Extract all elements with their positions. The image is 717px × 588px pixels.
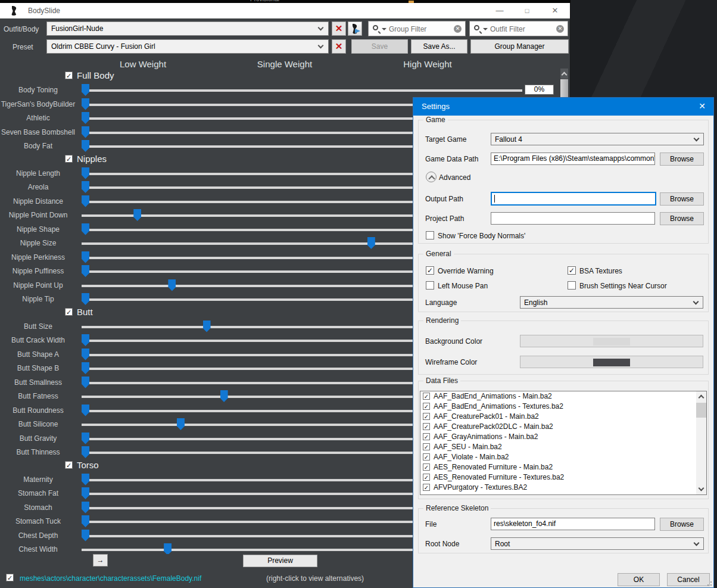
data-file-row[interactable]: ✓AES_Renovated Furniture - Main.ba2 <box>420 462 706 472</box>
slider-thumb[interactable] <box>82 167 89 179</box>
slider-thumb[interactable] <box>82 487 89 499</box>
slider-thumb[interactable] <box>82 334 89 346</box>
search-dropdown-icon[interactable] <box>483 28 488 30</box>
settings-close-icon[interactable]: ✕ <box>697 101 707 111</box>
slider-thumb[interactable] <box>177 418 185 430</box>
mesh-path-link[interactable]: meshes\actors\character\characterassets\… <box>20 574 201 583</box>
slider-thumb[interactable] <box>82 223 89 235</box>
group-manager-button[interactable]: Group Manager <box>470 39 569 54</box>
group-checkbox[interactable]: ✓ <box>65 308 73 316</box>
slider-thumb[interactable] <box>82 126 89 138</box>
slider-thumb[interactable] <box>82 377 89 388</box>
slider-thumb[interactable] <box>82 474 89 486</box>
data-files-scrollbar[interactable] <box>696 391 706 494</box>
language-combobox[interactable]: English <box>520 296 703 309</box>
root-node-combobox[interactable]: Root <box>491 537 704 550</box>
slider-thumb[interactable] <box>82 362 89 374</box>
data-file-checkbox[interactable]: ✓ <box>423 484 430 491</box>
data-file-row[interactable]: ✓AES_Renovated Furniture - Textures.ba2 <box>420 472 706 483</box>
group-filter-box[interactable]: Group Filter ✕ <box>368 21 466 36</box>
outfit-combobox[interactable]: FusionGirl-Nude <box>46 21 329 36</box>
slider-thumb[interactable] <box>82 433 89 444</box>
group-checkbox[interactable]: ✓ <box>65 461 73 469</box>
slider-value-box[interactable]: 0% <box>525 85 554 95</box>
slider-thumb[interactable] <box>82 265 89 277</box>
data-file-checkbox[interactable]: ✓ <box>423 413 430 420</box>
advanced-toggle-icon[interactable] <box>426 172 437 182</box>
data-file-checkbox[interactable]: ✓ <box>423 433 430 440</box>
data-file-row[interactable]: ✓AAF_Violate - Main.ba2 <box>420 452 706 462</box>
data-file-row[interactable]: ✓AAF_CreaturePack01 - Main.ba2 <box>420 412 706 422</box>
slider-thumb[interactable] <box>82 349 89 360</box>
scroll-down-icon[interactable] <box>699 486 704 491</box>
delete-preset-button[interactable]: ✕ <box>332 39 346 54</box>
slider-thumb[interactable] <box>82 98 89 110</box>
preview-button[interactable]: Preview <box>243 555 317 567</box>
browse-project-path-button[interactable]: Browse <box>660 212 704 225</box>
search-dropdown-icon[interactable] <box>382 28 386 30</box>
general-checkbox[interactable] <box>568 281 576 290</box>
wireframe-color-button[interactable] <box>520 356 703 368</box>
data-file-row[interactable]: ✓AAF_GrayAnimations - Main.ba2 <box>420 432 706 442</box>
target-game-combobox[interactable]: Fallout 4 <box>491 133 704 145</box>
edit-body-button[interactable] <box>348 21 362 36</box>
data-file-checkbox[interactable]: ✓ <box>423 443 430 450</box>
slider-thumb[interactable] <box>82 446 89 458</box>
slider-thumb[interactable] <box>82 195 89 207</box>
slider-thumb[interactable] <box>133 209 141 221</box>
cancel-button[interactable]: Cancel <box>667 573 710 586</box>
data-file-row[interactable]: ✓AAF_BadEnd_Animations - Textures.ba2 <box>420 402 706 412</box>
data-file-row[interactable]: ✓AFVPurgatory - Textures.BA2 <box>420 483 706 493</box>
slider-thumb[interactable] <box>220 390 228 402</box>
slider-thumb[interactable] <box>82 502 89 514</box>
general-checkbox[interactable]: ✓ <box>426 266 434 275</box>
game-data-path-input[interactable]: E:\Program Files (x86)\Steam\steamapps\c… <box>491 153 655 165</box>
slider-thumb[interactable] <box>168 279 176 291</box>
close-button[interactable]: ✕ <box>545 3 565 18</box>
slider-thumb[interactable] <box>82 140 89 152</box>
general-checkbox[interactable] <box>426 281 434 290</box>
slider-thumb[interactable] <box>82 84 89 96</box>
browse-data-path-button[interactable]: Browse <box>660 153 704 166</box>
mesh-checkbox[interactable]: ✓ <box>6 574 14 581</box>
data-file-row[interactable]: ✓AAF_BadEnd_Animations - Main.ba2 <box>420 391 706 402</box>
slider-thumb[interactable] <box>82 530 89 542</box>
slider-thumb[interactable] <box>82 251 89 263</box>
force-normals-checkbox[interactable] <box>426 231 434 239</box>
maximize-button[interactable]: □ <box>517 3 537 18</box>
scroll-up-icon[interactable] <box>560 69 568 79</box>
slider-thumb[interactable] <box>82 293 89 305</box>
slider-thumb[interactable] <box>82 515 89 527</box>
slider-thumb[interactable] <box>82 405 89 416</box>
clear-group-filter-icon[interactable]: ✕ <box>454 25 462 33</box>
outfit-filter-box[interactable]: Outfit Filter ✕ <box>469 21 568 36</box>
resize-grip[interactable] <box>706 580 712 586</box>
scroll-up-icon[interactable] <box>699 395 704 401</box>
slider-thumb[interactable] <box>82 112 89 124</box>
save-button[interactable]: Save <box>351 39 408 54</box>
save-as-button[interactable]: Save As... <box>411 39 467 54</box>
slider-thumb[interactable] <box>164 543 172 554</box>
data-file-row[interactable]: ✓AAF_CreaturePack02DLC - Main.ba2 <box>420 422 706 432</box>
clear-outfit-filter-icon[interactable]: ✕ <box>556 25 564 33</box>
general-checkbox[interactable]: ✓ <box>568 266 576 275</box>
data-file-checkbox[interactable]: ✓ <box>423 393 430 400</box>
browse-output-path-button[interactable]: Browse <box>660 192 704 206</box>
slider-thumb[interactable] <box>367 237 375 249</box>
delete-outfit-button[interactable]: ✕ <box>332 21 346 36</box>
column-toggle-button[interactable]: → <box>93 554 108 567</box>
data-file-checkbox[interactable]: ✓ <box>423 423 430 430</box>
background-color-button[interactable] <box>520 335 703 347</box>
output-path-input[interactable] <box>491 192 656 206</box>
data-file-checkbox[interactable]: ✓ <box>423 463 430 471</box>
minimize-button[interactable]: — <box>490 3 510 18</box>
data-file-checkbox[interactable]: ✓ <box>423 474 430 481</box>
scrollbar-thumb[interactable] <box>696 403 706 418</box>
group-checkbox[interactable]: ✓ <box>65 71 73 79</box>
skeleton-file-input[interactable]: res\skeleton_fo4.nif <box>491 518 655 530</box>
browse-skeleton-button[interactable]: Browse <box>660 518 704 531</box>
data-file-checkbox[interactable]: ✓ <box>423 403 430 410</box>
slider-track[interactable] <box>82 89 522 92</box>
preset-combobox[interactable]: Oldrim CBBE Curvy - Fusion Girl <box>46 39 329 54</box>
ok-button[interactable]: OK <box>618 573 660 586</box>
